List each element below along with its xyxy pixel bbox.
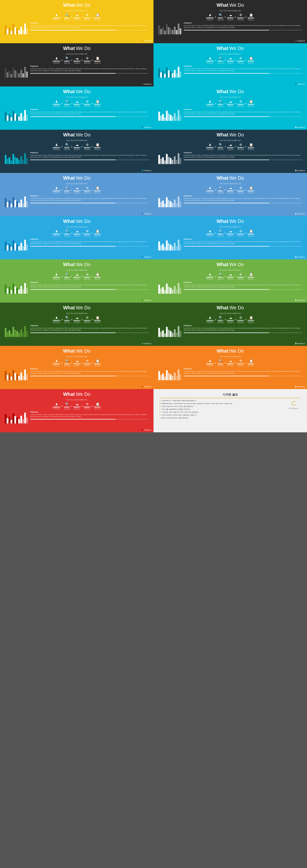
progress-bar-container — [184, 246, 302, 247]
stat-concept: ☁ 85000+ CONCEPT — [74, 229, 80, 237]
progress-bar-container — [184, 332, 302, 333]
slide-title: What We Do Insert Your Smart Subtitle He… — [5, 262, 149, 272]
chart-area — [5, 152, 28, 164]
features-area: Features Lorem ipsum dolor sit amet, con… — [184, 22, 302, 41]
stats-row: ♟ 158000+ STRATEGY ▶ 🔍 4000+ ANALYSIS ▶ … — [5, 402, 149, 410]
slide-row-3: What We Do Insert Your Smart Subtitle He… — [0, 130, 307, 173]
features-text: Lorem ipsum dolor sit amet, consectetur … — [30, 25, 149, 29]
stat-process: ⚙ 56400+ PROCESS — [237, 100, 244, 107]
content-area: Features Lorem ipsum dolor sit amet, con… — [5, 195, 149, 214]
slide-title: What We Do Insert Your Smart Subtitle He… — [5, 89, 149, 99]
title-what: What — [216, 262, 228, 267]
stat-concept: ☁ 85000+ CONCEPT — [74, 100, 80, 107]
progress-bar-container — [184, 73, 302, 74]
stat-strategy: ♟ 158000+ STRATEGY — [206, 186, 214, 194]
slide: What We Do Insert Your Smart Subtitle He… — [0, 259, 154, 303]
slide-subtitle: Insert Your Smart Subtitle Here — [219, 312, 241, 314]
slide-title: What We Do Insert Your Smart Subtitle He… — [5, 45, 149, 56]
progress-bar-fill — [184, 332, 269, 333]
features-text: Lorem ipsum dolor sit amet, consectetur … — [30, 154, 149, 158]
slide-footer: PHENIX — [296, 40, 305, 42]
stat-concept: ☁ 85000+ CONCEPT — [74, 13, 80, 21]
stat-analysis: 🔍 4000+ ANALYSIS — [64, 143, 70, 150]
slide-title: What We Do Insert Your Smart Subtitle He… — [158, 219, 302, 228]
slide-subtitle: Insert Your Smart Subtitle Here — [66, 356, 88, 358]
title-wedo: We Do — [229, 175, 244, 181]
progress-bar-fill — [30, 289, 115, 290]
stats-row: ♟ 158000+ STRATEGY ▶ 🔍 4000+ ANALYSIS ▶ … — [158, 359, 302, 367]
slide-title: What We Do Insert Your Smart Subtitle He… — [158, 348, 302, 358]
features-title: Features — [30, 238, 149, 240]
progress-bar-fill — [184, 203, 269, 204]
slide-footer: PHENIX — [296, 126, 305, 128]
slide-subtitle: Insert Your Smart Subtitle Here — [219, 140, 241, 141]
content-area: Features Lorem ipsum dolor sit amet, con… — [5, 411, 149, 430]
footer-logo: PHENIX — [298, 256, 305, 258]
slide-title: What We Do Insert Your Smart Subtitle He… — [5, 305, 149, 315]
footer-logo: PHENIX — [298, 170, 305, 172]
footer-logo: PHENIX — [144, 213, 151, 215]
title-wedo: We Do — [229, 262, 244, 267]
chart-area — [5, 108, 28, 121]
slide: What We Do Insert Your Smart Subtitle He… — [0, 303, 154, 346]
progress-bar-container — [30, 159, 149, 160]
stat-strategy: ♟ 158000+ STRATEGY — [206, 359, 214, 367]
stat-analysis: 🔍 4000+ ANALYSIS — [217, 229, 224, 237]
footer-logo: PHENIX — [298, 386, 305, 388]
stats-row: ♟ 158000+ STRATEGY ▶ 🔍 4000+ ANALYSIS ▶ … — [5, 316, 149, 323]
stat-strategy: ♟ 158000+ STRATEGY — [53, 100, 61, 107]
stat-results: 📋 35450+ RESULTS — [94, 57, 101, 64]
stat-concept: ☁ 85000+ CONCEPT — [227, 57, 234, 64]
stat-analysis: 🔍 4000+ ANALYSIS — [217, 13, 224, 21]
title-what: What — [63, 392, 75, 397]
chart-area — [5, 368, 28, 380]
footer-logo: PHENIX — [144, 300, 151, 301]
features-title: Features — [184, 152, 302, 154]
features-area: Features Lorem ipsum dolor sit amet, con… — [30, 108, 149, 128]
stat-concept: ☁ 85000+ CONCEPT — [74, 186, 80, 194]
slide-title: What We Do Insert Your Smart Subtitle He… — [5, 348, 149, 358]
chart-area — [158, 22, 181, 34]
slide-footer: PHENIX — [142, 40, 151, 42]
slide-row-9: What We Do Insert Your Smart Subtitle He… — [0, 389, 307, 432]
stat-concept: ☁ 85000+ CONCEPT — [74, 143, 80, 150]
stat-process: ⚙ 56400+ PROCESS — [84, 359, 91, 367]
content-area: Features Lorem ipsum dolor sit amet, con… — [5, 281, 149, 301]
footer-logo: PHENIX — [298, 343, 305, 344]
slide-footer: PHENIX — [142, 169, 151, 172]
stat-strategy: ♟ 158000+ STRATEGY — [206, 229, 214, 237]
features-title: Features — [184, 368, 302, 370]
progress-bar-container — [30, 376, 149, 376]
features-text: Lorem ipsum dolor sit amet, consectetur … — [184, 68, 302, 72]
features-title: Features — [184, 281, 302, 283]
slide-footer: PHENIX — [142, 213, 151, 215]
title-wedo: We Do — [76, 89, 91, 94]
slide-title: What We Do Insert Your Smart Subtitle He… — [158, 175, 302, 185]
progress-bar-container — [30, 246, 149, 247]
slide-footer: PHENIX — [142, 299, 151, 302]
slide-title: What We Do Insert Your Smart Subtitle He… — [5, 392, 149, 401]
stats-row: ♟ 158000+ STRATEGY ▶ 🔍 4000+ ANALYSIS ▶ … — [158, 273, 302, 280]
stat-strategy: ♟ 158000+ STRATEGY — [206, 13, 214, 21]
slide: What We Do Insert Your Smart Subtitle He… — [154, 0, 307, 43]
stats-row: ♟ 158000+ STRATEGY ▶ 🔍 4000+ ANALYSIS ▶ … — [5, 13, 149, 21]
stats-row: ♟ 158000+ STRATEGY ▶ 🔍 4000+ ANALYSIS ▶ … — [158, 13, 302, 21]
slide-subtitle: Insert Your Smart Subtitle Here — [66, 312, 88, 314]
slide-footer: PHENIX — [142, 429, 151, 431]
stat-process: ⚙ 56400+ PROCESS — [84, 13, 91, 21]
stat-results: 📋 35450+ RESULTS — [247, 13, 254, 21]
slide: What We Do Insert Your Smart Subtitle He… — [0, 173, 154, 216]
stat-process: ⚙ 56400+ PROCESS — [237, 273, 244, 280]
slide-subtitle: Insert Your Smart Subtitle Here — [66, 399, 88, 401]
stat-process: ⚙ 56400+ PROCESS — [84, 273, 91, 280]
stats-row: ♟ 158000+ STRATEGY ▶ 🔍 4000+ ANALYSIS ▶ … — [5, 273, 149, 280]
stat-results: 📋 35450+ RESULTS — [94, 359, 101, 367]
content-area: Features Lorem ipsum dolor sit amet, con… — [5, 152, 149, 171]
stat-analysis: 🔍 4000+ ANALYSIS — [217, 273, 224, 280]
slide-subtitle: Insert Your Smart Subtitle Here — [219, 53, 241, 55]
content-area: Features Lorem ipsum dolor sit amet, con… — [158, 22, 302, 41]
stat-process: ⚙ 56400+ PROCESS — [84, 57, 91, 64]
progress-bar-fill — [30, 73, 115, 74]
progress-bar-container — [30, 30, 149, 31]
stat-concept: ☁ 85000+ CONCEPT — [74, 402, 80, 410]
